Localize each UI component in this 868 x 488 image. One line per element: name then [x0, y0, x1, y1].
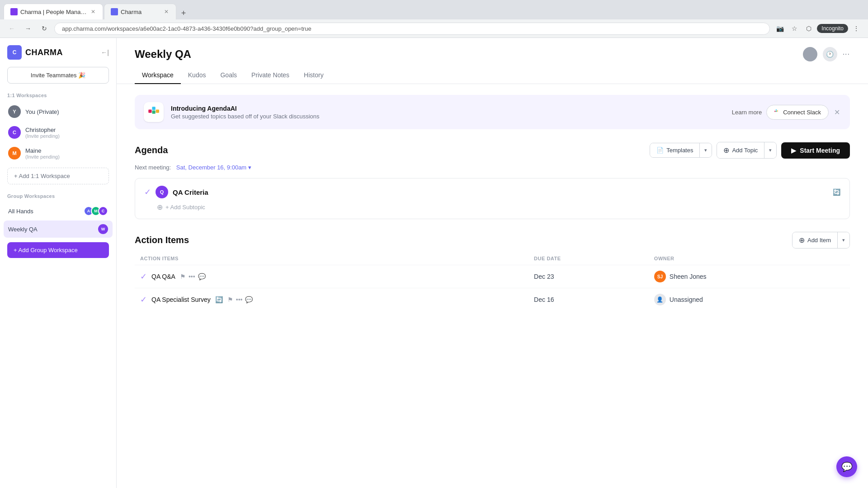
action-item-row-2: ✓ QA Specialist Survey 🔄 ⚑ ••• 💬: [135, 288, 850, 311]
row1-owner-avatar: SJ: [654, 271, 666, 282]
agenda-check-icon[interactable]: ✓: [144, 187, 151, 197]
svg-rect-6: [776, 109, 777, 110]
sidebar: C CHARMA ←| Invite Teammates 🎉 1:1 Works…: [0, 38, 117, 488]
row2-name[interactable]: QA Specialist Survey: [151, 296, 211, 303]
forward-button[interactable]: →: [22, 22, 34, 35]
row2-comment-icon[interactable]: 💬: [245, 296, 253, 303]
svg-rect-4: [156, 109, 159, 113]
add-item-button[interactable]: ⊕ Add Item: [793, 232, 837, 248]
tab-kudos[interactable]: Kudos: [181, 67, 213, 84]
tab-workspace[interactable]: Workspace: [135, 67, 181, 84]
new-tab-button[interactable]: +: [177, 7, 190, 19]
user-avatar[interactable]: [803, 47, 817, 61]
sync-icon[interactable]: 🔄: [833, 188, 840, 196]
banner-actions: Learn more Connect Slack ✕: [732, 105, 841, 120]
next-meeting-chevron[interactable]: ▾: [248, 164, 251, 171]
svg-rect-2: [152, 107, 155, 110]
agenda-item-name[interactable]: QA Criteria: [173, 188, 828, 196]
row1-dots-icon[interactable]: •••: [189, 273, 195, 280]
chat-bubble-button[interactable]: 💬: [836, 456, 857, 477]
sidebar-christopher-sub: (Invite pending): [25, 133, 108, 139]
sidebar-item-maine[interactable]: M Maine (Invite pending): [4, 143, 113, 163]
svg-rect-7: [776, 111, 777, 112]
sidebar-item-christopher[interactable]: C Christopher (Invite pending): [4, 122, 113, 142]
tab-history[interactable]: History: [297, 67, 331, 84]
browser-toolbar: ← → ↻ app.charma.com/workspaces/a6e00ac2…: [0, 19, 868, 38]
more-options-button[interactable]: ···: [843, 50, 850, 58]
app: C CHARMA ←| Invite Teammates 🎉 1:1 Works…: [0, 38, 868, 488]
action-items-title: Action Items: [135, 235, 189, 245]
browser-tab-1[interactable]: Charma | People Management S... ✕: [4, 4, 103, 19]
add-topic-button[interactable]: ⊕ Add Topic: [717, 142, 764, 158]
row2-flag-icon[interactable]: ⚑: [227, 296, 233, 303]
templates-button[interactable]: 📄 Templates: [650, 143, 699, 157]
templates-dropdown-arrow[interactable]: ▾: [699, 143, 712, 157]
sidebar-logo: C CHARMA ←|: [4, 43, 113, 65]
action-items-table: ACTION ITEMS DUE DATE OWNER ✓ QA Q&A: [135, 256, 850, 311]
tab-label-1: Charma | People Management S...: [20, 9, 87, 15]
svg-rect-1: [148, 109, 151, 113]
sidebar-item-you[interactable]: Y You (Private): [4, 102, 113, 122]
row1-name[interactable]: QA Q&A: [151, 273, 175, 280]
start-meeting-button[interactable]: ▶ Start Meeting: [781, 142, 850, 159]
add-group-workspace-button[interactable]: + Add Group Workspace: [7, 242, 109, 258]
browser-tab-2[interactable]: Charma ✕: [104, 4, 176, 19]
sidebar-item-you-name: You (Private): [25, 108, 108, 115]
header-actions: 🕐 ···: [803, 47, 850, 61]
add-workspace-button[interactable]: + Add 1:1 Workspace: [7, 168, 109, 184]
logo: C CHARMA: [7, 45, 63, 60]
next-meeting-date[interactable]: Sat, December 16, 9:00am: [176, 164, 246, 171]
logo-text: CHARMA: [25, 48, 63, 57]
row1-check-icon[interactable]: ✓: [140, 272, 147, 282]
banner-icon: [144, 102, 164, 122]
add-item-dropdown-arrow[interactable]: ▾: [837, 232, 849, 248]
sidebar-maine-sub: (Invite pending): [25, 154, 108, 160]
connect-slack-button[interactable]: Connect Slack: [766, 105, 829, 120]
add-item-label: Add Item: [807, 237, 831, 244]
row2-check-icon[interactable]: ✓: [140, 295, 147, 305]
main-header: Weekly QA 🕐 ···: [117, 38, 868, 61]
action-items-header: Action Items ⊕ Add Item ▾: [135, 232, 850, 249]
add-item-button-group: ⊕ Add Item ▾: [792, 232, 850, 249]
tab-private-notes[interactable]: Private Notes: [244, 67, 297, 84]
agenda-title: Agenda: [135, 145, 168, 155]
templates-label: Templates: [666, 147, 693, 154]
row1-flag-icon[interactable]: ⚑: [180, 273, 186, 280]
row1-comment-icon[interactable]: 💬: [198, 273, 206, 280]
add-subtopic-button[interactable]: ⊕ + Add Subtopic: [144, 203, 840, 211]
history-icon[interactable]: 🕐: [823, 47, 837, 61]
camera-icon[interactable]: 📷: [774, 22, 786, 35]
address-text: app.charma.com/workspaces/a6e00ac2-1ac0-…: [62, 25, 311, 32]
add-subtopic-label: + Add Subtopic: [165, 204, 205, 211]
invite-teammates-button[interactable]: Invite Teammates 🎉: [7, 67, 109, 84]
banner-subtitle: Get suggested topics based off of your S…: [171, 113, 725, 120]
menu-icon[interactable]: ⋮: [850, 22, 863, 35]
address-bar[interactable]: app.charma.com/workspaces/a6e00ac2-1ac0-…: [54, 23, 770, 35]
tab-goals[interactable]: Goals: [213, 67, 244, 84]
agenda-item-card: ✓ Q QA Criteria 🔄 ⊕ + Add Subtopic: [135, 178, 850, 219]
all-hands-avatars: A M C: [84, 206, 108, 216]
sidebar-item-weekly-qa[interactable]: Weekly QA W: [4, 221, 113, 238]
extension-icon[interactable]: ⬡: [802, 22, 815, 35]
tab-close-1[interactable]: ✕: [90, 8, 96, 16]
one-on-one-section-label: 1:1 Workspaces: [4, 91, 113, 102]
sidebar-collapse-button[interactable]: ←|: [101, 49, 109, 56]
bookmark-icon[interactable]: ☆: [788, 22, 801, 35]
reload-button[interactable]: ↻: [38, 22, 51, 35]
agenda-item-avatar: Q: [156, 186, 168, 198]
incognito-badge[interactable]: Incognito: [817, 24, 848, 33]
banner-close-button[interactable]: ✕: [833, 107, 841, 117]
agenda-section-header: Agenda 📄 Templates ▾ ⊕ Add: [135, 142, 850, 159]
sidebar-item-all-hands[interactable]: All Hands A M C: [4, 202, 113, 220]
row2-dots-icon[interactable]: •••: [236, 296, 243, 303]
action-table-body: ✓ QA Q&A ⚑ ••• 💬 Dec 23: [135, 265, 850, 311]
add-topic-dropdown-arrow[interactable]: ▾: [764, 142, 776, 158]
row2-sync-icon[interactable]: 🔄: [215, 296, 223, 303]
sidebar-all-hands-name: All Hands: [8, 208, 33, 215]
learn-more-button[interactable]: Learn more: [732, 109, 762, 116]
avatar-group-3: C: [98, 206, 108, 216]
action-item-cell-1: ✓ QA Q&A ⚑ ••• 💬: [135, 265, 528, 288]
tab-close-2[interactable]: ✕: [163, 8, 170, 16]
back-button[interactable]: ←: [5, 22, 18, 35]
next-meeting-label: Next meeting:: [135, 164, 171, 171]
